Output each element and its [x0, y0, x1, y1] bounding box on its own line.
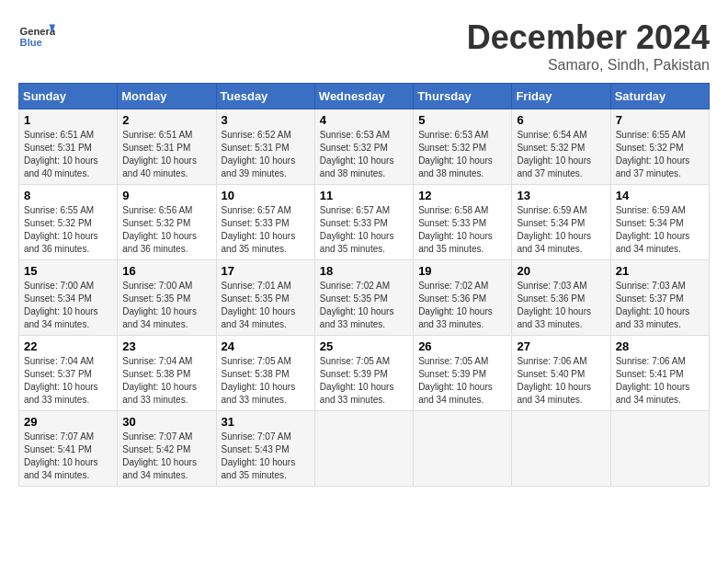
day-number: 25: [320, 339, 408, 353]
day-info: Sunrise: 6:51 AMSunset: 5:31 PMDaylight:…: [24, 130, 98, 178]
day-number: 4: [320, 113, 408, 127]
day-number: 27: [517, 339, 605, 353]
day-number: 31: [222, 415, 310, 429]
table-row: 7Sunrise: 6:55 AMSunset: 5:32 PMDaylight…: [610, 109, 709, 185]
col-sunday: Sunday: [19, 84, 118, 109]
day-info: Sunrise: 6:59 AMSunset: 5:34 PMDaylight:…: [517, 205, 591, 254]
day-info: Sunrise: 7:07 AMSunset: 5:41 PMDaylight:…: [24, 431, 98, 480]
day-info: Sunrise: 7:05 AMSunset: 5:39 PMDaylight:…: [418, 356, 493, 405]
day-number: 13: [517, 189, 605, 202]
table-row: [512, 411, 610, 487]
table-row: 27Sunrise: 7:06 AMSunset: 5:40 PMDayligh…: [512, 336, 610, 411]
day-number: 18: [320, 264, 408, 278]
day-number: 7: [616, 113, 704, 127]
day-number: 24: [222, 339, 310, 353]
day-number: 1: [24, 113, 112, 127]
table-row: 21Sunrise: 7:03 AMSunset: 5:37 PMDayligh…: [610, 260, 709, 336]
day-number: 26: [418, 339, 506, 353]
day-number: 21: [616, 264, 704, 278]
day-info: Sunrise: 7:06 AMSunset: 5:40 PMDaylight:…: [517, 356, 591, 405]
table-row: 9Sunrise: 6:56 AMSunset: 5:32 PMDaylight…: [118, 185, 216, 260]
day-number: 12: [418, 189, 506, 202]
calendar-table: Sunday Monday Tuesday Wednesday Thursday…: [18, 83, 710, 487]
table-row: 18Sunrise: 7:02 AMSunset: 5:35 PMDayligh…: [314, 260, 413, 336]
day-number: 6: [517, 113, 605, 127]
day-info: Sunrise: 7:04 AMSunset: 5:38 PMDaylight:…: [122, 356, 197, 405]
day-number: 3: [222, 113, 310, 127]
table-row: 26Sunrise: 7:05 AMSunset: 5:39 PMDayligh…: [414, 336, 512, 411]
day-number: 29: [24, 415, 112, 429]
day-info: Sunrise: 6:51 AMSunset: 5:31 PMDaylight:…: [122, 130, 197, 178]
table-row: 8Sunrise: 6:55 AMSunset: 5:32 PMDaylight…: [19, 185, 118, 260]
day-number: 23: [122, 339, 210, 353]
day-info: Sunrise: 7:05 AMSunset: 5:38 PMDaylight:…: [222, 356, 296, 405]
calendar-header: Sunday Monday Tuesday Wednesday Thursday…: [19, 84, 710, 109]
table-row: 12Sunrise: 6:58 AMSunset: 5:33 PMDayligh…: [414, 185, 512, 260]
day-info: Sunrise: 6:54 AMSunset: 5:32 PMDaylight:…: [517, 130, 591, 178]
table-row: 23Sunrise: 7:04 AMSunset: 5:38 PMDayligh…: [118, 336, 216, 411]
table-row: 17Sunrise: 7:01 AMSunset: 5:35 PMDayligh…: [216, 260, 314, 336]
day-info: Sunrise: 7:02 AMSunset: 5:36 PMDaylight:…: [418, 281, 493, 329]
day-number: 10: [222, 189, 310, 202]
day-number: 16: [122, 264, 210, 278]
day-number: 8: [24, 189, 112, 202]
day-info: Sunrise: 6:55 AMSunset: 5:32 PMDaylight:…: [616, 130, 690, 178]
table-row: [610, 411, 709, 487]
day-info: Sunrise: 7:05 AMSunset: 5:39 PMDaylight:…: [320, 356, 394, 405]
table-row: [314, 411, 413, 487]
table-row: 16Sunrise: 7:00 AMSunset: 5:35 PMDayligh…: [118, 260, 216, 336]
calendar-week-1: 1Sunrise: 6:51 AMSunset: 5:31 PMDaylight…: [19, 109, 710, 185]
day-info: Sunrise: 7:00 AMSunset: 5:35 PMDaylight:…: [122, 281, 197, 329]
table-row: 14Sunrise: 6:59 AMSunset: 5:34 PMDayligh…: [610, 185, 709, 260]
table-row: 3Sunrise: 6:52 AMSunset: 5:31 PMDaylight…: [216, 109, 314, 185]
table-row: 1Sunrise: 6:51 AMSunset: 5:31 PMDaylight…: [19, 109, 118, 185]
table-row: 4Sunrise: 6:53 AMSunset: 5:32 PMDaylight…: [314, 109, 413, 185]
calendar-week-4: 22Sunrise: 7:04 AMSunset: 5:37 PMDayligh…: [19, 336, 710, 411]
table-row: [414, 411, 512, 487]
day-info: Sunrise: 7:02 AMSunset: 5:35 PMDaylight:…: [320, 281, 394, 329]
calendar-week-3: 15Sunrise: 7:00 AMSunset: 5:34 PMDayligh…: [19, 260, 710, 336]
table-row: 10Sunrise: 6:57 AMSunset: 5:33 PMDayligh…: [216, 185, 314, 260]
col-wednesday: Wednesday: [314, 84, 413, 109]
day-info: Sunrise: 6:52 AMSunset: 5:31 PMDaylight:…: [222, 130, 296, 178]
table-row: 28Sunrise: 7:06 AMSunset: 5:41 PMDayligh…: [610, 336, 709, 411]
day-number: 15: [24, 264, 112, 278]
day-number: 22: [24, 339, 112, 353]
table-row: 15Sunrise: 7:00 AMSunset: 5:34 PMDayligh…: [19, 260, 118, 336]
day-info: Sunrise: 7:06 AMSunset: 5:41 PMDaylight:…: [616, 356, 690, 405]
day-info: Sunrise: 7:07 AMSunset: 5:43 PMDaylight:…: [222, 431, 296, 480]
header-row: Sunday Monday Tuesday Wednesday Thursday…: [19, 84, 710, 109]
day-info: Sunrise: 7:04 AMSunset: 5:37 PMDaylight:…: [24, 356, 98, 405]
day-info: Sunrise: 7:03 AMSunset: 5:36 PMDaylight:…: [517, 281, 591, 329]
day-info: Sunrise: 7:00 AMSunset: 5:34 PMDaylight:…: [24, 281, 98, 329]
day-info: Sunrise: 6:58 AMSunset: 5:33 PMDaylight:…: [418, 205, 493, 254]
day-info: Sunrise: 7:01 AMSunset: 5:35 PMDaylight:…: [222, 281, 296, 329]
col-monday: Monday: [118, 84, 216, 109]
table-row: 29Sunrise: 7:07 AMSunset: 5:41 PMDayligh…: [19, 411, 118, 487]
logo: General Blue: [18, 18, 55, 55]
calendar-body: 1Sunrise: 6:51 AMSunset: 5:31 PMDaylight…: [19, 109, 710, 487]
page-header: General Blue December 2024 Samaro, Sindh…: [18, 18, 710, 74]
table-row: 30Sunrise: 7:07 AMSunset: 5:42 PMDayligh…: [118, 411, 216, 487]
calendar-week-2: 8Sunrise: 6:55 AMSunset: 5:32 PMDaylight…: [19, 185, 710, 260]
day-info: Sunrise: 6:59 AMSunset: 5:34 PMDaylight:…: [616, 205, 690, 254]
svg-text:Blue: Blue: [20, 37, 42, 48]
table-row: 25Sunrise: 7:05 AMSunset: 5:39 PMDayligh…: [314, 336, 413, 411]
table-row: 31Sunrise: 7:07 AMSunset: 5:43 PMDayligh…: [216, 411, 314, 487]
table-row: 6Sunrise: 6:54 AMSunset: 5:32 PMDaylight…: [512, 109, 610, 185]
day-number: 17: [222, 264, 310, 278]
svg-text:General: General: [20, 26, 55, 37]
table-row: 19Sunrise: 7:02 AMSunset: 5:36 PMDayligh…: [414, 260, 512, 336]
table-row: 24Sunrise: 7:05 AMSunset: 5:38 PMDayligh…: [216, 336, 314, 411]
day-info: Sunrise: 6:57 AMSunset: 5:33 PMDaylight:…: [320, 205, 394, 254]
col-friday: Friday: [512, 84, 610, 109]
table-row: 2Sunrise: 6:51 AMSunset: 5:31 PMDaylight…: [118, 109, 216, 185]
table-row: 22Sunrise: 7:04 AMSunset: 5:37 PMDayligh…: [19, 336, 118, 411]
day-number: 30: [122, 415, 210, 429]
col-thursday: Thursday: [414, 84, 512, 109]
month-title: December 2024: [467, 18, 710, 57]
table-row: 5Sunrise: 6:53 AMSunset: 5:32 PMDaylight…: [414, 109, 512, 185]
day-number: 20: [517, 264, 605, 278]
day-info: Sunrise: 6:56 AMSunset: 5:32 PMDaylight:…: [122, 205, 197, 254]
day-number: 11: [320, 189, 408, 202]
